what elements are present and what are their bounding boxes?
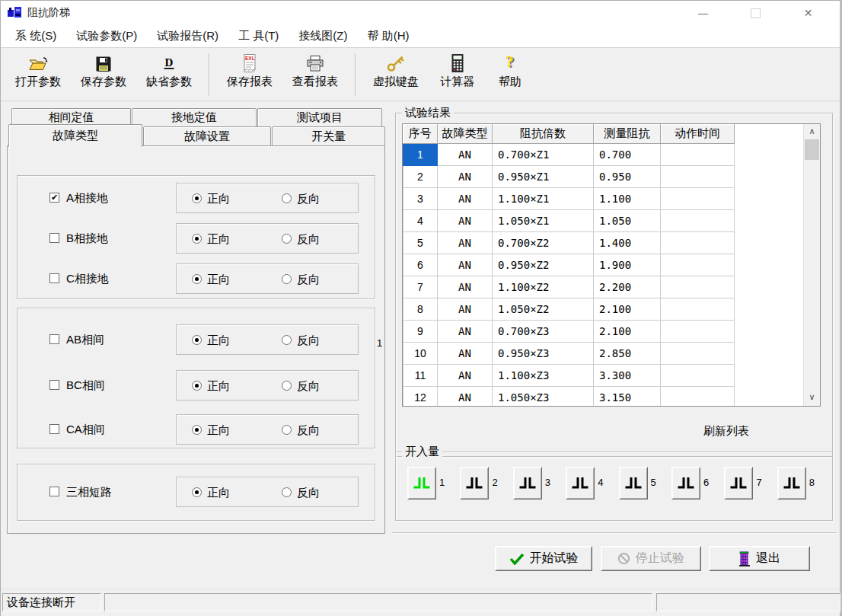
- column-header[interactable]: 序号: [403, 124, 438, 144]
- table-cell[interactable]: AN: [438, 166, 493, 188]
- radio-forward[interactable]: [192, 234, 202, 244]
- table-cell[interactable]: 0.950: [594, 166, 661, 188]
- toolbar-view-report-button[interactable]: 查看报表: [282, 52, 348, 97]
- binary-input-button-7[interactable]: [724, 467, 753, 500]
- table-cell[interactable]: 0.950×Z3: [493, 343, 594, 365]
- table-cell[interactable]: [661, 166, 735, 188]
- table-cell[interactable]: [661, 365, 735, 387]
- table-cell[interactable]: 3: [403, 188, 438, 210]
- table-cell[interactable]: 1.050: [594, 210, 661, 232]
- menu-item-5[interactable]: 帮 助(H): [367, 29, 409, 43]
- radio-forward[interactable]: [192, 381, 202, 391]
- table-cell[interactable]: [661, 321, 735, 343]
- binary-input-button-2[interactable]: [460, 467, 489, 500]
- table-cell[interactable]: AN: [438, 188, 493, 210]
- column-header[interactable]: 测量阻抗: [594, 124, 661, 144]
- stop-test-button[interactable]: 停止试验: [601, 546, 701, 571]
- fault-checkbox[interactable]: [49, 334, 59, 344]
- table-cell[interactable]: [661, 387, 735, 407]
- radio-forward[interactable]: [192, 274, 202, 284]
- radio-forward[interactable]: [192, 425, 202, 435]
- radio-reverse[interactable]: [282, 487, 292, 497]
- binary-input-button-6[interactable]: [671, 467, 700, 500]
- table-cell[interactable]: 12: [403, 387, 438, 407]
- table-cell[interactable]: AN: [438, 276, 493, 298]
- table-cell[interactable]: 1.100×Z3: [493, 365, 594, 387]
- table-cell[interactable]: AN: [438, 144, 493, 166]
- table-cell[interactable]: [661, 144, 735, 166]
- minimize-button[interactable]: —: [677, 1, 729, 25]
- start-test-button[interactable]: 开始试验: [495, 546, 592, 571]
- table-cell[interactable]: 4: [403, 210, 438, 232]
- radio-reverse[interactable]: [282, 274, 292, 284]
- table-cell[interactable]: 10: [403, 343, 438, 365]
- column-header[interactable]: 动作时间: [661, 124, 735, 144]
- table-cell[interactable]: 11: [403, 365, 438, 387]
- table-cell[interactable]: [661, 343, 735, 365]
- close-button[interactable]: ✕: [782, 1, 834, 25]
- scroll-down-icon[interactable]: [804, 390, 820, 404]
- table-cell[interactable]: 1: [403, 144, 438, 166]
- tab-开关量[interactable]: 开关量: [272, 126, 385, 145]
- tab-故障类型[interactable]: 故障类型: [8, 124, 142, 147]
- table-cell[interactable]: 0.950×Z1: [493, 166, 594, 188]
- fault-checkbox[interactable]: [49, 380, 59, 390]
- binary-input-button-8[interactable]: [777, 467, 806, 500]
- table-cell[interactable]: 1.100×Z1: [493, 188, 594, 210]
- table-cell[interactable]: 8: [403, 298, 438, 321]
- fault-checkbox[interactable]: [49, 233, 59, 243]
- table-cell[interactable]: [661, 188, 735, 210]
- table-cell[interactable]: 0.700×Z1: [493, 144, 594, 166]
- table-cell[interactable]: 0.700×Z3: [493, 321, 594, 343]
- table-cell[interactable]: 9: [403, 321, 438, 343]
- table-cell[interactable]: 7: [403, 276, 438, 298]
- table-cell[interactable]: 1.050×Z1: [493, 210, 594, 232]
- table-cell[interactable]: 1.400: [594, 232, 661, 254]
- radio-reverse[interactable]: [282, 335, 292, 345]
- toolbar-save-params-button[interactable]: 保存参数: [71, 52, 136, 97]
- radio-reverse[interactable]: [282, 193, 292, 203]
- table-cell[interactable]: 2: [403, 166, 438, 188]
- results-scrollbar[interactable]: [803, 124, 820, 406]
- table-cell[interactable]: 6: [403, 254, 438, 276]
- table-cell[interactable]: 0.700×Z2: [493, 232, 594, 254]
- table-cell[interactable]: [661, 254, 735, 276]
- toolbar-save-report-button[interactable]: EXL保存报表: [217, 52, 282, 97]
- table-cell[interactable]: 1.900: [594, 254, 661, 276]
- scrollbar-thumb[interactable]: [805, 139, 819, 160]
- table-cell[interactable]: 2.850: [594, 343, 661, 365]
- tab-测试项目[interactable]: 测试项目: [257, 108, 382, 126]
- table-cell[interactable]: 3.300: [594, 365, 661, 387]
- radio-forward[interactable]: [192, 487, 202, 497]
- menu-item-4[interactable]: 接线图(Z): [298, 29, 347, 43]
- table-cell[interactable]: 1.050×Z3: [493, 387, 594, 407]
- binary-input-button-1[interactable]: [407, 467, 436, 500]
- toolbar-virtual-keyboard-button[interactable]: 虚拟键盘: [363, 52, 429, 97]
- table-cell[interactable]: 2.100: [594, 321, 661, 343]
- fault-checkbox[interactable]: [49, 273, 59, 283]
- exit-button[interactable]: 退出: [709, 546, 810, 571]
- fault-checkbox[interactable]: [49, 424, 59, 434]
- table-cell[interactable]: 0.700: [594, 144, 661, 166]
- maximize-button[interactable]: [729, 1, 782, 25]
- menu-item-1[interactable]: 试验参数(P): [76, 29, 137, 43]
- fault-checkbox[interactable]: [49, 193, 59, 203]
- table-cell[interactable]: AN: [438, 387, 493, 407]
- menu-item-3[interactable]: 工 具(T): [238, 29, 279, 43]
- radio-reverse[interactable]: [282, 234, 292, 244]
- table-cell[interactable]: 1.100: [594, 188, 661, 210]
- radio-forward[interactable]: [192, 193, 202, 203]
- binary-input-button-4[interactable]: [566, 467, 595, 500]
- table-cell[interactable]: [661, 276, 735, 298]
- fault-checkbox[interactable]: [49, 487, 59, 496]
- column-header[interactable]: 故障类型: [438, 124, 493, 144]
- menu-item-2[interactable]: 试验报告(R): [157, 29, 218, 43]
- table-cell[interactable]: 3.150: [594, 387, 661, 407]
- table-cell[interactable]: 1.050×Z2: [493, 298, 594, 321]
- radio-reverse[interactable]: [282, 381, 292, 391]
- table-cell[interactable]: AN: [438, 232, 493, 254]
- table-cell[interactable]: 5: [403, 232, 438, 254]
- table-cell[interactable]: AN: [438, 321, 493, 343]
- toolbar-calculator-button[interactable]: 计算器: [429, 52, 486, 97]
- table-cell[interactable]: [661, 210, 735, 232]
